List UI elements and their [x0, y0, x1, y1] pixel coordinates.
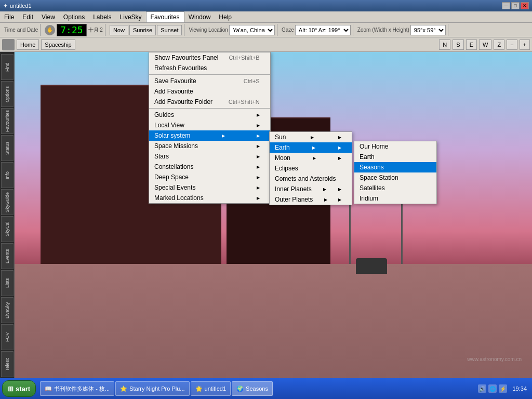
earth-submenu: Our Home Earth Seasons Space Station Sat… — [354, 141, 437, 204]
system-tray: 🔊 🌐 ⚡ 19:34 — [478, 384, 530, 393]
fav-special-events[interactable]: Special Events — [149, 182, 270, 193]
fav-guides[interactable]: Guides — [149, 110, 270, 120]
fav-add-folder[interactable]: Add Favourite Folder Ctrl+Shift+N — [149, 97, 270, 107]
time-display: 7:25 — [57, 24, 86, 36]
sunrise-button[interactable]: Sunrise — [129, 25, 156, 35]
taskbar-app-starry[interactable]: ⭐ Starry Night Pro Plu... — [115, 381, 189, 396]
find-icon — [2, 39, 15, 50]
now-button[interactable]: Now — [110, 25, 128, 35]
menu-edit[interactable]: Edit — [18, 11, 37, 22]
road — [15, 264, 532, 378]
time-nav-buttons: Now Sunrise Sunset — [108, 24, 185, 36]
menu-file[interactable]: File — [0, 11, 18, 22]
taskbar-app-book[interactable]: 📖 书刊软件多媒体 - 枚... — [40, 381, 114, 396]
taskbar-app-seasons[interactable]: 🌍 Seasons — [232, 381, 273, 396]
start-button[interactable]: ⊞ start — [2, 380, 36, 397]
solar-outer-planets[interactable]: Outer Planets ▶ — [270, 194, 352, 205]
time-date-label: Time and Date — [4, 27, 38, 33]
compass-n[interactable]: N — [439, 39, 450, 50]
fav-marked-locations[interactable]: Marked Locations — [149, 193, 270, 203]
solar-moon[interactable]: Moon ▶ — [270, 153, 352, 163]
sidebar-item-info[interactable]: Info — [1, 162, 14, 188]
compass-w[interactable]: W — [479, 39, 491, 50]
sidebar-item-find[interactable]: Find — [1, 54, 14, 80]
sidebar-item-options[interactable]: Options — [1, 81, 14, 107]
maximize-button[interactable]: □ — [511, 2, 520, 9]
titlebar: ✦ untitled1 ─ □ ✕ — [0, 0, 532, 11]
sidebar-item-fov[interactable]: FOV — [1, 324, 14, 350]
fav-solar-system[interactable]: Solar system ▶ — [149, 130, 270, 141]
start-label: start — [16, 385, 30, 393]
close-button[interactable]: ✕ — [521, 2, 529, 9]
skyview: www.astronomy.com.cn Show Favourites Pan… — [15, 52, 532, 378]
separator2 — [149, 108, 270, 109]
sidebar-item-telesc[interactable]: Telesc — [1, 351, 14, 377]
sidebar-item-favourites[interactable]: Favourites — [1, 108, 14, 134]
starry-icon: 🌟 — [195, 385, 203, 392]
compass-s[interactable]: S — [453, 39, 463, 50]
spaceship-button[interactable]: Spaceship — [41, 39, 75, 50]
location-label: Viewing Location — [189, 27, 228, 33]
solar-earth[interactable]: Earth ▶ — [270, 142, 352, 153]
taskbar: ⊞ start 📖 书刊软件多媒体 - 枚... ⭐ Starry Night … — [0, 378, 532, 399]
toolbar: Time and Date ✋ 7:25 十月 2 Now Sunrise Su… — [0, 23, 532, 37]
sidebar-item-lists[interactable]: Lists — [1, 270, 14, 296]
solar-inner-planets[interactable]: Inner Planets ▶ — [270, 184, 352, 194]
sidebar-item-skyguide[interactable]: SkyGuide — [1, 189, 14, 215]
fav-constellations[interactable]: Constellations — [149, 162, 270, 172]
sidebar: Find Options Favourites Status Info SkyG… — [0, 52, 15, 378]
earth-space-station[interactable]: Space Station — [354, 172, 436, 183]
menu-view[interactable]: View — [37, 11, 59, 22]
earth-earth[interactable]: Earth — [354, 152, 436, 162]
fav-save[interactable]: Save Favourite Ctrl+S — [149, 76, 270, 86]
compass-e[interactable]: E — [466, 39, 477, 50]
sidebar-item-skycal[interactable]: SkyCal — [1, 216, 14, 242]
sidebar-item-status[interactable]: Status — [1, 135, 14, 161]
titlebar-title: ✦ untitled1 — [3, 3, 32, 9]
solar-sun[interactable]: Sun ▶ — [270, 132, 352, 142]
menu-window[interactable]: Window — [184, 11, 215, 22]
star-icon: ⭐ — [120, 385, 127, 392]
compass-z[interactable]: Z — [494, 39, 504, 50]
earth-iridium[interactable]: Iridium — [354, 193, 436, 204]
toolbar2: Home Spaceship N S E W Z − + — [0, 37, 532, 52]
fav-show-panel[interactable]: Show Favourites Panel Ctrl+Shift+B — [149, 52, 270, 63]
location-select[interactable]: Ya'an, China — [229, 25, 275, 35]
solar-system-submenu: Sun ▶ Earth ▶ Moon ▶ Eclipses Comets and… — [269, 131, 352, 205]
menu-favourites[interactable]: Favourites — [146, 11, 184, 22]
menu-livesky[interactable]: LiveSky — [116, 11, 146, 22]
solar-eclipses[interactable]: Eclipses — [270, 163, 352, 174]
menubar: File Edit View Options Labels LiveSky Fa… — [0, 11, 532, 23]
location-section: Viewing Location Ya'an, China — [187, 24, 277, 36]
tray-icon-1: 🔊 — [478, 384, 486, 393]
sky-background: www.astronomy.com.cn — [15, 52, 532, 378]
watermark: www.astronomy.com.cn — [467, 356, 522, 362]
fav-refresh[interactable]: Refresh Favourites — [149, 63, 270, 73]
fav-add[interactable]: Add Favourite — [149, 86, 270, 97]
taskbar-app-untitled[interactable]: 🌟 untitled1 — [191, 381, 231, 396]
fav-space-missions[interactable]: Space Missions — [149, 141, 270, 151]
sidebar-item-events[interactable]: Events — [1, 243, 14, 269]
earth-satellites[interactable]: Satellites — [354, 183, 436, 193]
sunset-button[interactable]: Sunset — [157, 25, 182, 35]
fav-deep-space[interactable]: Deep Space — [149, 172, 270, 182]
earth-seasons[interactable]: Seasons — [354, 162, 436, 172]
minimize-button[interactable]: ─ — [502, 2, 510, 9]
windows-icon: ⊞ — [8, 385, 14, 393]
earth-our-home[interactable]: Our Home — [354, 141, 436, 152]
favourites-menu: Show Favourites Panel Ctrl+Shift+B Refre… — [149, 52, 271, 204]
sidebar-item-livesky[interactable]: LiveSky — [1, 297, 14, 323]
menu-options[interactable]: Options — [59, 11, 89, 22]
fav-local-view[interactable]: Local View — [149, 120, 270, 130]
zoom-select[interactable]: 95°x 59° — [410, 25, 446, 35]
menu-labels[interactable]: Labels — [89, 11, 115, 22]
zoom-out-button[interactable]: − — [507, 39, 517, 50]
date-value: 十月 2 — [88, 26, 103, 34]
home-button[interactable]: Home — [17, 39, 39, 50]
solar-comets[interactable]: Comets and Asteroids — [270, 174, 352, 184]
gaze-select[interactable]: Alt: 10° Az: 199° — [295, 25, 351, 35]
zoom-in-button[interactable]: + — [520, 39, 530, 50]
menu-help[interactable]: Help — [215, 11, 236, 22]
fav-stars[interactable]: Stars — [149, 151, 270, 162]
taskbar-time: 19:34 — [509, 385, 530, 392]
